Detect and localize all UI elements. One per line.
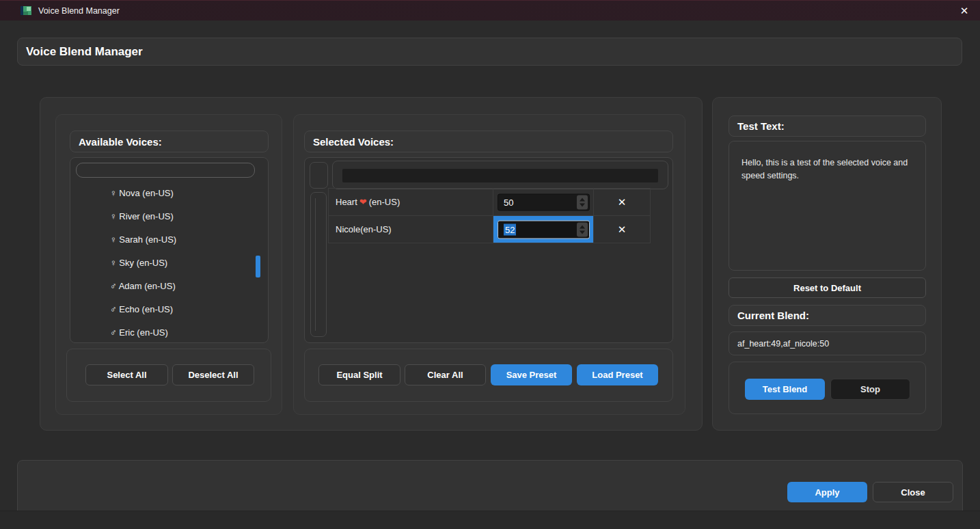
- available-voices-list: ♀ Nova (en-US) ♀ River (en-US) ♀ Sarah (…: [70, 157, 269, 343]
- test-buttons-panel: Test Blend Stop: [729, 362, 926, 414]
- stop-button[interactable]: Stop: [830, 379, 910, 400]
- voice-item-label: ♂ Echo (en-US): [110, 304, 173, 314]
- voice-list-item[interactable]: ♀ Sarah (en-US): [70, 228, 268, 251]
- window-title: Voice Blend Manager: [38, 6, 120, 16]
- voice-list-item[interactable]: ♀ Sky (en-US): [70, 251, 268, 274]
- selected-voices-group: Selected Voices: Heart❤ (en-US) 50 ✕ Nic…: [293, 114, 685, 415]
- blend-editor-container: Available Voices: ♀ Nova (en-US) ♀ River…: [40, 97, 703, 431]
- voice-list-item[interactable]: ♂ Adam (en-US): [70, 274, 268, 297]
- current-blend-label: Current Blend:: [729, 305, 926, 326]
- table-row: Heart❤ (en-US) 50 ✕: [329, 189, 651, 216]
- selection-buttons-panel: Select All Deselect All: [66, 349, 271, 402]
- voice-lang: (en-US): [360, 224, 392, 234]
- spinner-arrows-icon[interactable]: [577, 222, 588, 236]
- weight-value: 50: [498, 197, 577, 207]
- weight-cell: 52: [493, 216, 594, 243]
- table-corner-button: [310, 162, 328, 189]
- apply-button[interactable]: Apply: [787, 482, 867, 502]
- current-blend-value: af_heart:49,af_nicole:50: [729, 331, 926, 355]
- spinner-arrows-icon[interactable]: [577, 195, 588, 209]
- voice-search-input[interactable]: [76, 163, 255, 178]
- preset-buttons-panel: Equal Split Clear All Save Preset Load P…: [304, 349, 673, 402]
- test-blend-button[interactable]: Test Blend: [745, 379, 825, 400]
- weight-cell: 50: [493, 189, 594, 215]
- table-rows: Heart❤ (en-US) 50 ✕ Nicole (en-US) 52 ✕: [328, 188, 651, 243]
- reset-to-default-button[interactable]: Reset to Default: [729, 277, 926, 298]
- voice-list-item[interactable]: ♀ River (en-US): [70, 204, 268, 228]
- page-title: Voice Blend Manager: [17, 38, 962, 66]
- selected-voices-label: Selected Voices:: [304, 131, 673, 152]
- window-bottom-strip: [0, 511, 980, 529]
- voice-list-item[interactable]: ♂ Eric (en-US): [70, 321, 268, 344]
- load-preset-button[interactable]: Load Preset: [577, 364, 658, 385]
- test-text-label: Test Text:: [729, 116, 926, 137]
- equal-split-button[interactable]: Equal Split: [318, 364, 400, 385]
- table-vertical-header: [310, 192, 327, 337]
- table-row: Nicole (en-US) 52 ✕: [329, 216, 651, 243]
- deselect-all-button[interactable]: Deselect All: [172, 364, 254, 385]
- list-scrollbar-thumb[interactable]: [256, 256, 260, 277]
- remove-voice-button[interactable]: ✕: [594, 189, 651, 215]
- voice-item-label: ♀ Nova (en-US): [110, 188, 174, 198]
- test-panel: Test Text: Hello, this is a test of the …: [712, 97, 942, 431]
- voice-name: Nicole: [336, 224, 360, 234]
- select-all-button[interactable]: Select All: [85, 364, 168, 385]
- voice-item-label: ♂ Eric (en-US): [110, 327, 168, 338]
- close-icon[interactable]: ✕: [949, 1, 980, 21]
- heart-icon: ❤: [359, 197, 367, 207]
- voice-item-label: ♂ Adam (en-US): [110, 281, 176, 291]
- voice-item-label: ♀ River (en-US): [110, 211, 174, 221]
- voice-lang: (en-US): [369, 197, 400, 207]
- weight-value: 52: [498, 224, 577, 234]
- clear-all-button[interactable]: Clear All: [405, 364, 486, 385]
- app-icon: [21, 6, 31, 15]
- test-text-area[interactable]: Hello, this is a test of the selected vo…: [729, 141, 926, 271]
- voice-list-item[interactable]: ♀ Nova (en-US): [70, 181, 268, 204]
- table-vertical-header-line: [315, 198, 316, 331]
- selected-voices-table: Heart❤ (en-US) 50 ✕ Nicole (en-US) 52 ✕: [304, 157, 673, 343]
- voice-name: Heart: [336, 197, 357, 207]
- voice-list-item[interactable]: ♂ Echo (en-US): [70, 297, 268, 321]
- titlebar: Voice Blend Manager ✕: [0, 0, 980, 21]
- voice-name-cell: Nicole (en-US): [329, 216, 493, 243]
- voice-list: ♀ Nova (en-US) ♀ River (en-US) ♀ Sarah (…: [70, 181, 268, 344]
- save-preset-button[interactable]: Save Preset: [491, 364, 572, 385]
- table-horizontal-header: [332, 161, 668, 189]
- close-button[interactable]: Close: [873, 482, 953, 502]
- voice-item-label: ♀ Sky (en-US): [110, 258, 167, 268]
- remove-voice-button[interactable]: ✕: [594, 216, 651, 243]
- weight-spinbox[interactable]: 50: [498, 193, 590, 211]
- voice-name-cell: Heart❤ (en-US): [329, 189, 493, 215]
- available-voices-label: Available Voices:: [70, 131, 269, 152]
- weight-spinbox[interactable]: 52: [498, 220, 590, 239]
- available-voices-group: Available Voices: ♀ Nova (en-US) ♀ River…: [55, 114, 282, 415]
- footer-bar: Apply Close: [17, 460, 963, 516]
- voice-item-label: ♀ Sarah (en-US): [110, 234, 176, 245]
- table-header-strip: [342, 169, 658, 182]
